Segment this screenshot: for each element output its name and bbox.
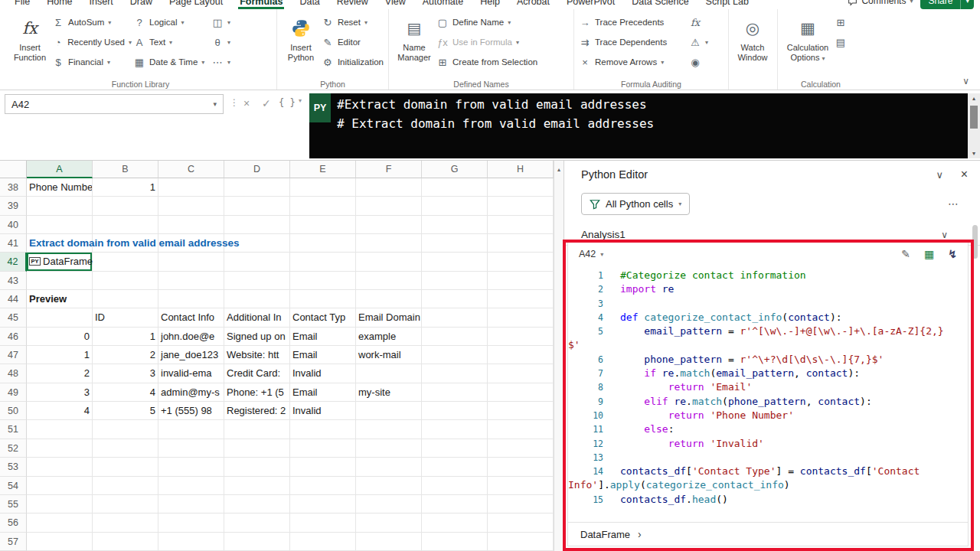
cell-B46[interactable]: 1	[93, 328, 158, 346]
cell-D39[interactable]	[224, 197, 290, 215]
math-trig-button[interactable]: θ▾	[211, 34, 237, 51]
cell-B45[interactable]: ID	[93, 308, 158, 327]
cell-A53[interactable]	[27, 458, 93, 476]
cell-G39[interactable]	[422, 197, 488, 215]
financial-button[interactable]: $Financial▾	[52, 54, 132, 70]
cell-C54[interactable]	[158, 477, 224, 495]
cell-A50[interactable]: 4	[27, 402, 93, 420]
cell-H51[interactable]	[488, 420, 554, 439]
col-header-G[interactable]: G	[422, 161, 488, 178]
cell-E41[interactable]	[290, 234, 356, 253]
cell-B49[interactable]: 4	[93, 383, 158, 402]
cell-H50[interactable]	[488, 402, 554, 420]
cell-G57[interactable]	[422, 533, 488, 551]
cell-G51[interactable]	[422, 420, 488, 439]
row-header-41[interactable]: 41	[0, 234, 27, 253]
cell-D55[interactable]	[224, 495, 290, 514]
cell-G44[interactable]	[422, 290, 488, 308]
code-line-8[interactable]: 8 return 'Email'	[568, 380, 949, 394]
python-editor-button[interactable]: ✎Editor	[322, 34, 384, 51]
cell-D46[interactable]: Signed up on	[224, 328, 290, 346]
code-cell-ref[interactable]: A42	[579, 249, 596, 259]
tab-draw[interactable]: Draw	[122, 0, 161, 9]
cell-B54[interactable]	[93, 477, 158, 495]
grid-scrollbar[interactable]: ▴	[554, 161, 564, 551]
cell-H54[interactable]	[488, 477, 554, 495]
cell-A43[interactable]	[27, 272, 93, 290]
scroll-down-icon[interactable]: ▾	[968, 150, 980, 157]
cell-A52[interactable]	[27, 439, 93, 458]
insert-function-formula-icon[interactable]: { }	[279, 97, 296, 108]
code-line-5[interactable]: 5 email_pattern = r'^[\w\.-]+@[\w\.-]+\.…	[568, 324, 949, 353]
cell-E47[interactable]: Email	[290, 346, 356, 364]
cell-D40[interactable]	[224, 216, 290, 234]
code-line-2[interactable]: 2import re	[568, 282, 949, 296]
cell-C42[interactable]	[158, 253, 224, 271]
code-line-15[interactable]: 15contacts_df.head()	[568, 493, 949, 507]
cell-A40[interactable]	[27, 216, 93, 234]
use-in-formula-button[interactable]: ƒxUse in Formula▾	[436, 34, 537, 51]
tab-data[interactable]: Data	[291, 0, 328, 9]
tab-file[interactable]: File	[6, 0, 38, 9]
recently-used-button[interactable]: ◔Recently Used▾	[52, 34, 132, 51]
cell-D47[interactable]: Website: htt	[224, 346, 290, 364]
cell-D38[interactable]	[224, 178, 290, 197]
row-header-43[interactable]: 43	[0, 272, 27, 290]
cell-F44[interactable]	[356, 290, 422, 308]
cell-D53[interactable]	[224, 458, 290, 476]
share-button[interactable]: Share ▾	[920, 0, 974, 9]
cell-C38[interactable]	[158, 178, 224, 197]
cell-C40[interactable]	[158, 216, 224, 234]
cell-H55[interactable]	[488, 495, 554, 514]
cell-F57[interactable]	[356, 533, 422, 551]
col-header-C[interactable]: C	[158, 161, 224, 178]
cell-E44[interactable]	[290, 290, 356, 308]
cell-B48[interactable]: 3	[93, 364, 158, 383]
cell-H46[interactable]	[488, 328, 554, 346]
cell-F39[interactable]	[356, 197, 422, 215]
remove-arrows-button[interactable]: ×Remove Arrows▾	[579, 54, 688, 70]
output-table-icon[interactable]: ▦	[924, 248, 934, 260]
define-name-button[interactable]: ▢Define Name▾	[436, 14, 537, 31]
cell-B43[interactable]	[93, 272, 158, 290]
cell-E49[interactable]: Email	[290, 383, 356, 402]
cell-E42[interactable]	[290, 253, 356, 271]
insert-function-button[interactable]: fx Insert Function	[9, 12, 51, 79]
tab-formulas[interactable]: Formulas	[231, 0, 291, 9]
cell-D42[interactable]	[224, 253, 290, 271]
select-all-corner[interactable]	[0, 161, 27, 178]
row-header-48[interactable]: 48	[0, 364, 27, 383]
cell-E57[interactable]	[290, 533, 356, 551]
cell-G48[interactable]	[422, 364, 488, 383]
cell-G42[interactable]	[422, 253, 488, 271]
cell-H53[interactable]	[488, 458, 554, 476]
cell-B55[interactable]	[93, 495, 158, 514]
cell-G46[interactable]	[422, 328, 488, 346]
cell-E40[interactable]	[290, 216, 356, 234]
code-line-11[interactable]: 11 else:	[568, 422, 949, 436]
code-editor[interactable]: 1#Categorize contact information2import …	[568, 266, 968, 507]
cell-C43[interactable]	[158, 272, 224, 290]
tab-acrobat[interactable]: Acrobat	[508, 0, 558, 9]
cell-F51[interactable]	[356, 420, 422, 439]
comments-button[interactable]: Comments ▾	[848, 0, 913, 9]
lookup-reference-button[interactable]: ◫▾	[211, 14, 237, 31]
col-header-B[interactable]: B	[93, 161, 158, 178]
col-header-H[interactable]: H	[488, 161, 554, 178]
cell-G45[interactable]	[422, 308, 488, 327]
cell-C52[interactable]	[158, 439, 224, 458]
cell-A57[interactable]	[27, 533, 93, 551]
name-manager-button[interactable]: ▤ Name Manager	[394, 12, 435, 79]
formula-bar-grip-icon[interactable]: ⋮	[230, 97, 239, 108]
cell-H45[interactable]	[488, 308, 554, 327]
cell-A39[interactable]	[27, 197, 93, 215]
col-header-E[interactable]: E	[290, 161, 356, 178]
confirm-entry-icon[interactable]: ✓	[262, 97, 271, 109]
code-line-6[interactable]: 6 phone_pattern = r'^\+?\d[\d\s\-\.]{7,}…	[568, 353, 949, 367]
insert-python-button[interactable]: Insert Python	[282, 12, 320, 79]
cell-H47[interactable]	[488, 346, 554, 364]
cell-D45[interactable]: Additional In	[224, 308, 290, 327]
cell-H56[interactable]	[488, 514, 554, 532]
cell-B40[interactable]	[93, 216, 158, 234]
cell-F56[interactable]	[356, 514, 422, 532]
